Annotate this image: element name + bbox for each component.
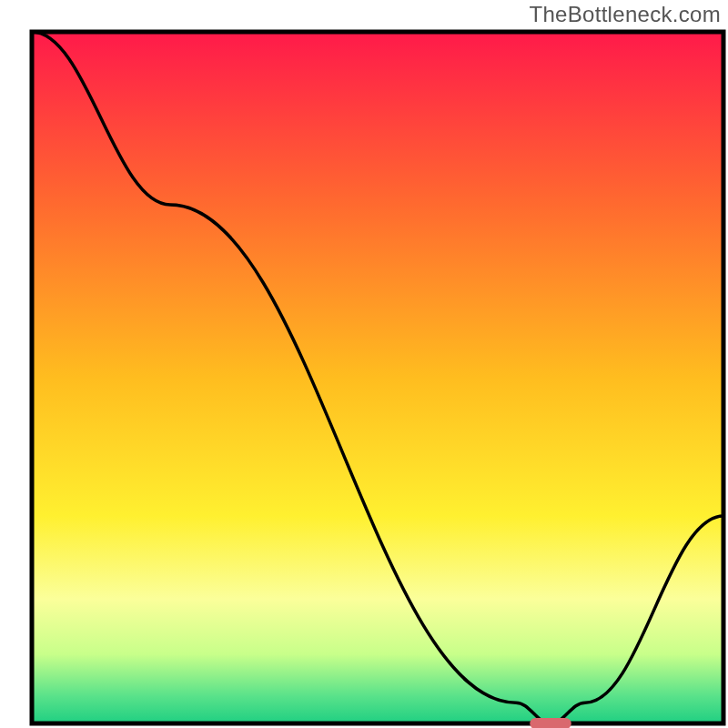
watermark-text: TheBottleneck.com (529, 2, 721, 27)
chart-background (32, 32, 723, 723)
optimum-marker (530, 718, 571, 728)
bottleneck-chart (0, 0, 728, 728)
chart-container: TheBottleneck.com (0, 0, 728, 728)
